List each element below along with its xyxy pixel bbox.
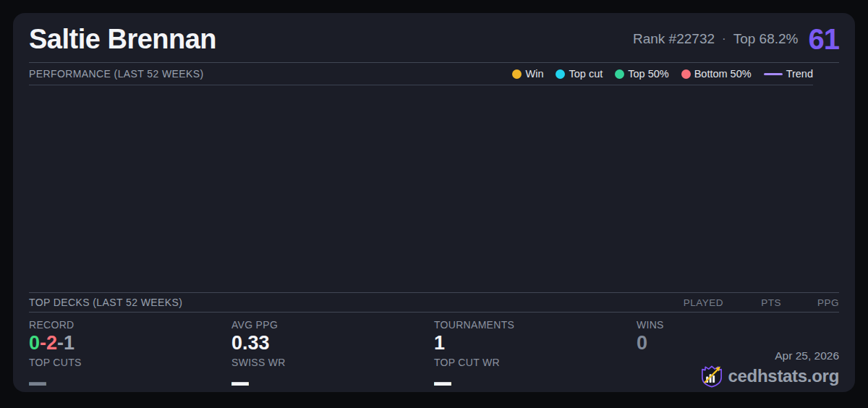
legend-label: Top cut <box>569 68 603 80</box>
swiss-wr-value: — <box>231 372 249 392</box>
top-percent-text: Top 68.2% <box>733 31 799 47</box>
performance-chart-area <box>29 85 839 292</box>
stat-record: RECORD 0-2-1 TOP CUTS — <box>29 319 231 392</box>
top-cuts-value: — <box>29 372 46 392</box>
player-score: 61 <box>809 23 840 56</box>
deck-column-headers: PLAYED PTS PPG <box>665 297 839 308</box>
legend-label: Win <box>525 68 543 80</box>
player-stats-card: Saltie Brennan Rank #22732 · Top 68.2% 6… <box>13 13 855 392</box>
legend-item-top-cut: Top cut <box>556 68 603 80</box>
top-decks-header: TOP DECKS (LAST 52 WEEKS) PLAYED PTS PPG <box>29 293 839 312</box>
brand-name: cedhstats.org <box>728 366 839 386</box>
legend-item-win: Win <box>512 68 543 80</box>
avg-ppg-label: AVG PPG <box>231 319 434 331</box>
rank-line: Rank #22732 · Top 68.2% <box>633 31 799 47</box>
wins-label: WINS <box>637 319 839 331</box>
column-played: PLAYED <box>665 297 723 308</box>
performance-header: PERFORMANCE (LAST 52 WEEKS) Win Top cut … <box>29 63 839 85</box>
stat-avg-ppg: AVG PPG 0.33 SWISS WR — <box>231 319 434 392</box>
tournaments-value: 1 <box>434 332 637 354</box>
column-pts: PTS <box>723 297 781 308</box>
stats-grid: RECORD 0-2-1 TOP CUTS — AVG PPG 0.33 SWI… <box>29 313 839 392</box>
brand-link[interactable]: cedhstats.org <box>701 365 839 388</box>
top-cut-wr-value: — <box>434 372 451 392</box>
player-name: Saltie Brennan <box>29 24 216 55</box>
top-cut-wr-label: TOP CUT WR <box>434 357 637 368</box>
header-rank-group: Rank #22732 · Top 68.2% 61 <box>633 23 839 56</box>
legend-item-trend: Trend <box>764 68 813 80</box>
record-sep1: - <box>40 332 46 354</box>
win-dot-icon <box>512 69 522 79</box>
tournaments-label: TOURNAMENTS <box>434 319 637 331</box>
top-cuts-label: TOP CUTS <box>29 357 231 368</box>
top-decks-label: TOP DECKS (LAST 52 WEEKS) <box>29 297 182 308</box>
record-wins: 0 <box>29 332 40 354</box>
rank-separator: · <box>722 32 726 46</box>
legend-item-bottom50: Bottom 50% <box>681 68 752 80</box>
top50-dot-icon <box>615 69 624 79</box>
record-value: 0-2-1 <box>29 332 231 354</box>
card-header: Saltie Brennan Rank #22732 · Top 68.2% 6… <box>29 23 839 55</box>
swiss-wr-label: SWISS WR <box>231 357 434 368</box>
legend-label: Bottom 50% <box>694 68 752 80</box>
record-draws: 1 <box>64 332 75 354</box>
footer-brand: Apr 25, 2026 cedhstats.org <box>701 349 839 388</box>
record-losses: 2 <box>46 332 57 354</box>
card-date: Apr 25, 2026 <box>775 349 839 362</box>
top-cut-dot-icon <box>556 69 565 79</box>
cedhstats-shield-logo-icon <box>701 365 723 388</box>
trend-line-icon <box>764 73 783 75</box>
column-ppg: PPG <box>781 297 839 308</box>
record-label: RECORD <box>29 319 231 331</box>
bottom50-dot-icon <box>681 69 691 79</box>
stat-tournaments: TOURNAMENTS 1 TOP CUT WR — <box>434 319 637 392</box>
chart-legend: Win Top cut Top 50% Bottom 50% Trend <box>512 68 813 80</box>
avg-ppg-value: 0.33 <box>231 332 434 354</box>
record-sep2: - <box>57 332 64 354</box>
rank-text: Rank #22732 <box>633 31 715 47</box>
legend-label: Top 50% <box>628 68 668 80</box>
legend-item-top50: Top 50% <box>615 68 668 80</box>
performance-label: PERFORMANCE (LAST 52 WEEKS) <box>29 68 204 80</box>
legend-label: Trend <box>786 68 813 80</box>
